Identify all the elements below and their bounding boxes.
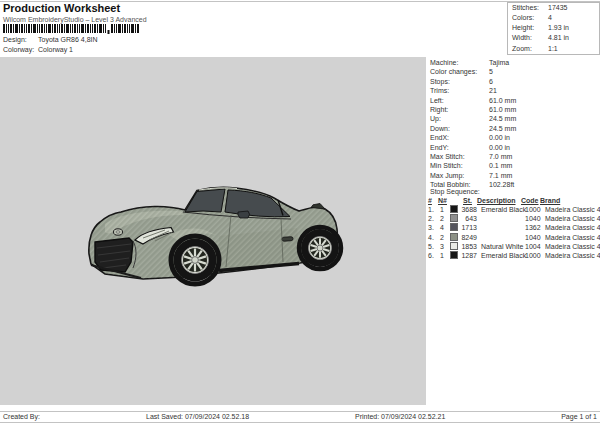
rear-wheel — [301, 229, 339, 267]
machine-row: Max Stitch:7.0 mm — [430, 153, 598, 162]
barcode-icon — [3, 24, 140, 34]
footer-printed: Printed: 07/09/2024 02.52.21 — [355, 413, 445, 420]
thread-color-swatch — [450, 223, 458, 231]
design-summary-box: Stitches:17435 Colors:4 Height:1.93 in W… — [507, 2, 600, 55]
stop-sequence-title: Stop Sequence: — [430, 188, 480, 195]
summary-row-stitches: Stitches:17435 — [508, 3, 599, 13]
toyota-badge-icon — [114, 229, 123, 235]
summary-row-width: Width:4.81 in — [508, 34, 599, 44]
machine-row: Stops:6 — [430, 78, 598, 87]
design-label: Design: — [3, 36, 38, 43]
col-header-description: Description — [477, 197, 516, 204]
thread-color-swatch — [450, 214, 458, 222]
machine-row: Max Jump:7.1 mm — [430, 172, 598, 181]
stop-sequence-table: 1.13688Emerald Black1000Madeira Classic … — [428, 205, 600, 260]
thread-color-swatch — [450, 242, 458, 250]
machine-row: Color changes:5 — [430, 68, 598, 77]
machine-row: Right:61.0 mm — [430, 106, 598, 115]
col-header-st: St. — [463, 197, 472, 204]
thread-color-swatch — [450, 205, 458, 213]
thread-row: 6.11287Emerald Black1000Madeira Classic … — [428, 251, 600, 260]
machine-row: EndY:0.00 in — [430, 144, 598, 153]
machine-row: Left:61.0 mm — [430, 97, 598, 106]
side-mirror — [238, 211, 250, 218]
design-value: Toyota GR86 4,8IN — [38, 36, 98, 43]
colorway-label: Colorway: — [3, 46, 38, 53]
machine-row: Trims:21 — [430, 87, 598, 96]
machine-row: Up:24.5 mm — [430, 115, 598, 124]
thread-row: 3.417131362Madeira Classic 40 — [428, 223, 600, 232]
summary-row-zoom: Zoom:1:1 — [508, 44, 599, 54]
footer-page-number: Page 1 of 1 — [561, 413, 597, 420]
footer-last-saved: Last Saved: 07/09/2024 02.52.18 — [146, 413, 249, 420]
thread-row: 5.31853Natural White1004Madeira Classic … — [428, 242, 600, 251]
thread-row: 2.26431040Madeira Classic 40 — [428, 214, 600, 223]
summary-row-colors: Colors:4 — [508, 13, 599, 23]
summary-row-height: Height:1.93 in — [508, 24, 599, 34]
machine-row: Min Stitch:0.1 mm — [430, 162, 598, 171]
machine-row: EndX:0.00 in — [430, 134, 598, 143]
footer-rule — [0, 411, 600, 412]
thread-row: 1.13688Emerald Black1000Madeira Classic … — [428, 205, 600, 214]
page-title: Production Worksheet — [3, 2, 120, 14]
design-preview-canvas — [0, 57, 426, 405]
car-embroidery-preview — [85, 178, 350, 298]
col-header-n: N# — [438, 197, 447, 204]
design-row: Design:Toyota GR86 4,8IN — [3, 36, 98, 43]
footer-created-by: Created By: — [3, 413, 40, 420]
production-worksheet-page: Production Worksheet Wilcom EmbroiderySt… — [0, 0, 600, 424]
machine-settings-panel: Machine:Tajima Color changes:5 Stops:6 T… — [430, 59, 598, 190]
colorway-value: Colorway 1 — [38, 46, 73, 53]
bottom-rule — [0, 422, 600, 423]
thread-color-swatch — [450, 233, 458, 241]
machine-row: Machine:Tajima — [430, 59, 598, 68]
thread-row: 4.282491040Madeira Classic 40 — [428, 233, 600, 242]
thread-color-swatch — [450, 251, 458, 259]
col-header-brand: Brand — [540, 197, 560, 204]
col-header-num: # — [428, 197, 432, 204]
door-handle — [282, 237, 293, 242]
col-header-code: Code — [521, 197, 539, 204]
machine-row: Down:24.5 mm — [430, 125, 598, 134]
colorway-row: Colorway:Colorway 1 — [3, 46, 73, 53]
app-subtitle: Wilcom EmbroideryStudio – Level 3 Advanc… — [3, 16, 147, 23]
front-wheel — [174, 239, 217, 282]
